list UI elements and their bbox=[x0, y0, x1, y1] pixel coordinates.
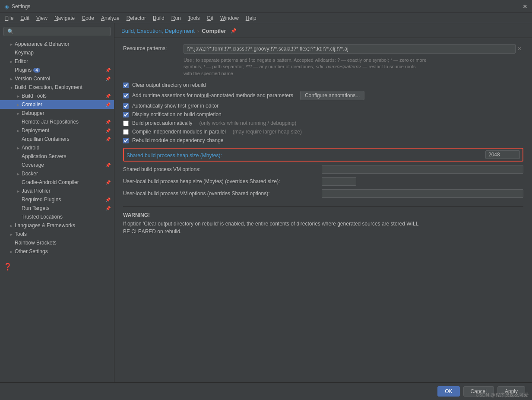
vm-options-input[interactable] bbox=[322, 165, 523, 174]
sidebar-tree: Appearance & Behavior Keymap Editor Plug… bbox=[0, 40, 114, 382]
help-item[interactable]: ❓ bbox=[0, 256, 114, 272]
user-vm-options-label: User-local build process VM options (ove… bbox=[123, 190, 322, 197]
heap-size-label: Shared build process heap size (Mbytes): bbox=[127, 151, 485, 159]
sidebar-item-tools[interactable]: Tools bbox=[0, 230, 114, 238]
breadcrumb: Build, Execution, Deployment › Compiler … bbox=[114, 23, 532, 38]
tree-arrow-gradle-android bbox=[16, 180, 21, 185]
search-input[interactable] bbox=[16, 29, 107, 35]
sidebar-item-build-tools[interactable]: Build Tools 📌 bbox=[0, 92, 114, 100]
menu-view[interactable]: View bbox=[33, 14, 51, 22]
user-heap-input[interactable] bbox=[322, 177, 356, 186]
sidebar-item-label: Android bbox=[22, 145, 39, 151]
pin-icon-plugins: 📌 bbox=[105, 68, 111, 73]
sidebar-item-gradle-android[interactable]: Gradle-Android Compiler 📌 bbox=[0, 178, 114, 187]
sidebar-item-arquillian[interactable]: Arquillian Containers 📌 bbox=[0, 135, 114, 143]
checkbox-build-auto-hint: (only works while not running / debuggin… bbox=[199, 120, 296, 126]
checkbox-rebuild-module-input[interactable] bbox=[123, 138, 129, 143]
sidebar-item-label: Run Targets bbox=[22, 205, 49, 211]
sidebar-item-label: Languages & Frameworks bbox=[15, 222, 75, 229]
breadcrumb-parent[interactable]: Build, Execution, Deployment bbox=[121, 28, 195, 34]
close-button[interactable]: ✕ bbox=[522, 3, 528, 10]
configure-annotations-button[interactable]: Configure annotations... bbox=[300, 91, 364, 100]
sidebar-item-label: Arquillian Containers bbox=[22, 136, 70, 142]
menu-navigate[interactable]: Navigate bbox=[51, 14, 78, 22]
tree-arrow-compiler bbox=[16, 102, 21, 107]
sidebar-item-debugger[interactable]: Debugger bbox=[0, 109, 114, 117]
menu-window[interactable]: Window bbox=[217, 14, 242, 22]
pin-icon-remote-jar: 📌 bbox=[105, 120, 111, 124]
sidebar-item-run-targets[interactable]: Run Targets 📌 bbox=[0, 204, 114, 213]
warning-box: WARNING! If option 'Clear output directo… bbox=[123, 206, 523, 235]
tree-arrow-required-plugins bbox=[16, 197, 21, 202]
menu-help[interactable]: Help bbox=[242, 14, 260, 22]
tree-arrow-remote-jar bbox=[16, 119, 21, 124]
sidebar-item-compiler[interactable]: Compiler 📌 bbox=[0, 100, 114, 109]
menu-analyze[interactable]: Analyze bbox=[98, 14, 123, 22]
heap-size-input[interactable] bbox=[485, 150, 520, 159]
sidebar-item-label: Compiler bbox=[22, 102, 42, 108]
heap-size-row: Shared build process heap size (Mbytes): bbox=[123, 148, 523, 162]
sidebar-item-label: Keymap bbox=[15, 50, 34, 56]
sidebar-item-appearance[interactable]: Appearance & Behavior bbox=[0, 40, 114, 48]
checkbox-compile-parallel-hint: (may require larger heap size) bbox=[233, 129, 302, 135]
checkbox-compile-parallel-input[interactable] bbox=[123, 129, 129, 135]
sidebar-item-trusted-locations[interactable]: Trusted Locations bbox=[0, 213, 114, 221]
checkbox-display-notification-label: Display notification on build completion bbox=[132, 111, 222, 117]
pin-icon-arquillian: 📌 bbox=[105, 137, 111, 142]
search-box[interactable]: 🔍 bbox=[3, 27, 111, 36]
menu-build[interactable]: Build bbox=[149, 14, 168, 22]
menu-edit[interactable]: Edit bbox=[17, 14, 33, 22]
checkbox-assertions-input[interactable] bbox=[123, 93, 129, 98]
title-bar-icon: ◈ bbox=[4, 3, 9, 10]
resource-patterns-clear-button[interactable]: ✕ bbox=[516, 46, 523, 52]
checkbox-build-auto: Build project automatically (only works … bbox=[123, 120, 523, 126]
pin-icon-compiler: 📌 bbox=[105, 102, 111, 107]
sidebar-item-editor[interactable]: Editor bbox=[0, 57, 114, 66]
checkbox-display-notification-input[interactable] bbox=[123, 112, 129, 117]
checkbox-build-auto-input[interactable] bbox=[123, 121, 129, 126]
sidebar-item-rainbow-brackets[interactable]: Rainbow Brackets bbox=[0, 238, 114, 247]
tree-arrow-keymap bbox=[9, 50, 14, 55]
checkbox-compile-parallel-label: Compile independent modules in parallel bbox=[132, 129, 226, 135]
sidebar-item-label: Appearance & Behavior bbox=[15, 41, 70, 47]
title-bar-title: Settings bbox=[12, 3, 30, 10]
menu-code[interactable]: Code bbox=[78, 14, 98, 22]
sidebar-item-label: Editor bbox=[15, 58, 28, 64]
user-heap-label: User-local build process heap size (Mbyt… bbox=[123, 178, 322, 184]
sidebar-item-app-servers[interactable]: Application Servers bbox=[0, 152, 114, 161]
sidebar-item-plugins[interactable]: Plugins 4 📌 bbox=[0, 66, 114, 74]
sidebar-item-build-exec-deploy[interactable]: Build, Execution, Deployment bbox=[0, 83, 114, 92]
tree-arrow-deployment bbox=[16, 128, 21, 133]
tree-arrow-build-tools bbox=[16, 93, 21, 98]
sidebar-item-deployment[interactable]: Deployment 📌 bbox=[0, 126, 114, 135]
menu-file[interactable]: File bbox=[2, 14, 17, 22]
menu-git[interactable]: Git bbox=[203, 14, 217, 22]
ok-button[interactable]: OK bbox=[437, 386, 459, 397]
tree-arrow-build-exec bbox=[9, 85, 14, 90]
sidebar-item-other-settings[interactable]: Other Settings bbox=[0, 247, 114, 256]
sidebar-item-android[interactable]: Android bbox=[0, 143, 114, 152]
sidebar-item-docker[interactable]: Docker bbox=[0, 169, 114, 178]
resource-patterns-input[interactable] bbox=[184, 44, 516, 54]
user-vm-options-input[interactable] bbox=[322, 189, 523, 198]
tree-arrow-other bbox=[9, 249, 14, 254]
checkbox-auto-show-error-input[interactable] bbox=[123, 103, 129, 109]
sidebar-item-label: Required Plugins bbox=[22, 197, 61, 203]
sidebar-item-coverage[interactable]: Coverage 📌 bbox=[0, 161, 114, 169]
sidebar-item-remote-jar[interactable]: Remote Jar Repositories 📌 bbox=[0, 117, 114, 126]
checkbox-rebuild-module: Rebuild module on dependency change bbox=[123, 137, 523, 143]
sidebar-item-version-control[interactable]: Version Control 📌 bbox=[0, 74, 114, 83]
checkbox-clear-output-input[interactable] bbox=[123, 83, 129, 88]
vm-options-row: Shared build process VM options: bbox=[123, 165, 523, 174]
menu-run[interactable]: Run bbox=[168, 14, 184, 22]
menu-tools[interactable]: Tools bbox=[184, 14, 203, 22]
sidebar-item-label: Java Profiler bbox=[22, 188, 51, 194]
content-area: Resource patterns: ✕ Use ; to separate p… bbox=[114, 38, 532, 382]
menu-refactor[interactable]: Refactor bbox=[123, 14, 149, 22]
warning-text: If option 'Clear output directory on reb… bbox=[123, 220, 523, 235]
sidebar-item-label: Version Control bbox=[15, 76, 50, 82]
sidebar-item-keymap[interactable]: Keymap bbox=[0, 48, 114, 57]
sidebar-item-java-profiler[interactable]: Java Profiler bbox=[0, 187, 114, 195]
sidebar-item-languages[interactable]: Languages & Frameworks bbox=[0, 221, 114, 230]
sidebar-item-required-plugins[interactable]: Required Plugins 📌 bbox=[0, 195, 114, 204]
